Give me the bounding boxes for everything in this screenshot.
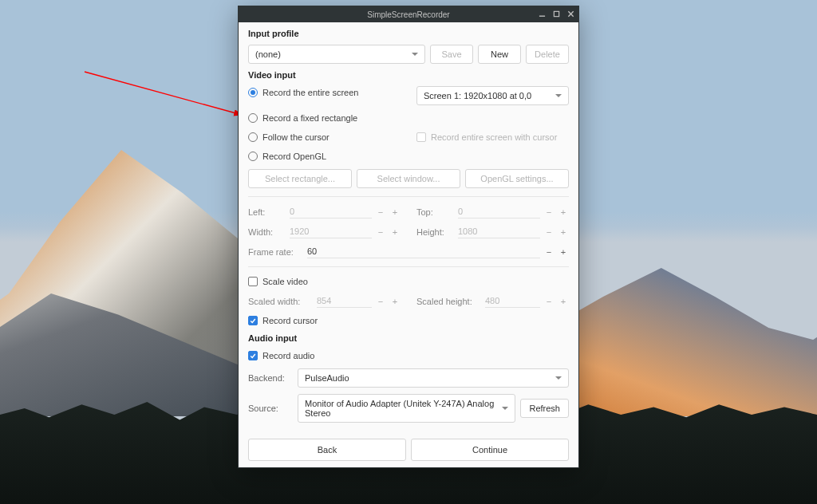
plus-icon[interactable]: +	[389, 297, 401, 306]
screen-select-value: Screen 1: 1920x1080 at 0,0	[424, 91, 531, 100]
scaled-height-field: Scaled height: 480 − +	[416, 294, 569, 308]
app-window: SimpleScreenRecorder Input profile (none…	[238, 6, 579, 468]
svg-rect-2	[554, 11, 558, 16]
field-label: Left:	[248, 207, 286, 217]
check-scale-video[interactable]: Scale video	[248, 275, 569, 288]
plus-icon[interactable]: +	[558, 207, 569, 217]
field-value[interactable]: 0	[458, 205, 540, 219]
check-label: Record cursor	[262, 316, 318, 325]
check-record-cursor[interactable]: Record cursor	[248, 314, 569, 327]
back-button[interactable]: Back	[248, 439, 406, 461]
check-label: Scale video	[262, 277, 308, 286]
plus-icon[interactable]: +	[558, 227, 569, 237]
divider	[248, 266, 569, 267]
field-label: Scaled width:	[248, 297, 314, 306]
left-field: Left: 0 − +	[248, 205, 401, 219]
radio-dot-icon	[248, 113, 258, 123]
field-label: Width:	[248, 227, 286, 237]
refresh-button[interactable]: Refresh	[520, 399, 569, 418]
radio-dot-icon	[248, 152, 258, 161]
chevron-down-icon	[555, 94, 562, 97]
screen-select[interactable]: Screen 1: 1920x1080 at 0,0	[416, 86, 569, 105]
radio-label: Follow the cursor	[262, 132, 330, 142]
plus-icon[interactable]: +	[389, 207, 401, 217]
field-label: Top:	[416, 207, 455, 217]
check-record-audio[interactable]: Record audio	[248, 349, 569, 362]
checkbox-icon	[248, 351, 258, 360]
check-label: Record entire screen with cursor	[431, 132, 557, 142]
section-header-video: Video input	[248, 70, 569, 80]
plus-icon[interactable]: +	[389, 227, 401, 237]
new-button[interactable]: New	[478, 45, 521, 64]
source-label: Source:	[248, 404, 293, 413]
backend-value: PulseAudio	[305, 373, 349, 383]
minimize-button[interactable]	[536, 8, 547, 19]
window-title: SimpleScreenRecorder	[367, 10, 449, 19]
save-button[interactable]: Save	[430, 45, 473, 64]
maximize-button[interactable]	[551, 8, 562, 19]
field-value[interactable]: 1080	[458, 225, 540, 238]
minus-icon[interactable]: −	[543, 207, 555, 217]
chevron-down-icon	[412, 53, 418, 56]
minus-icon[interactable]: −	[543, 227, 555, 237]
frame-rate-field: Frame rate: 60 − +	[248, 245, 569, 258]
checkbox-icon	[416, 132, 426, 142]
radio-fixed-rectangle[interactable]: Record a fixed rectangle	[248, 112, 569, 124]
chevron-down-icon	[555, 376, 562, 380]
radio-label: Record the entire screen	[262, 88, 358, 97]
scaled-width-field: Scaled width: 854 − +	[248, 294, 401, 308]
minus-icon[interactable]: −	[543, 247, 555, 257]
close-button[interactable]	[565, 8, 576, 19]
top-field: Top: 0 − +	[416, 205, 569, 219]
section-header-audio: Audio input	[248, 333, 569, 343]
plus-icon[interactable]: +	[558, 297, 569, 306]
field-value[interactable]: 60	[307, 245, 540, 258]
field-label: Frame rate:	[248, 247, 304, 257]
field-value[interactable]: 0	[290, 205, 372, 219]
continue-button[interactable]: Continue	[411, 439, 569, 461]
field-value[interactable]: 1920	[290, 225, 372, 238]
minus-icon[interactable]: −	[375, 207, 386, 217]
plus-icon[interactable]: +	[558, 247, 569, 257]
field-value[interactable]: 480	[485, 294, 540, 308]
delete-button[interactable]: Delete	[526, 45, 569, 64]
radio-opengl[interactable]: Record OpenGL	[248, 150, 569, 163]
height-field: Height: 1080 − +	[416, 225, 569, 238]
field-value[interactable]: 854	[317, 294, 372, 308]
check-entire-with-cursor: Record entire screen with cursor	[416, 131, 569, 144]
source-value: Monitor of Audio Adapter (Unitek Y-247A)…	[305, 399, 502, 418]
field-label: Height:	[416, 227, 455, 237]
select-rectangle-button: Select rectangle...	[248, 169, 352, 188]
radio-label: Record OpenGL	[262, 152, 326, 161]
minus-icon[interactable]: −	[375, 297, 386, 306]
width-field: Width: 1920 − +	[248, 225, 401, 238]
source-select[interactable]: Monitor of Audio Adapter (Unitek Y-247A)…	[298, 394, 515, 423]
minus-icon[interactable]: −	[375, 227, 386, 237]
titlebar[interactable]: SimpleScreenRecorder	[239, 6, 578, 22]
checkbox-icon	[248, 316, 258, 325]
chevron-down-icon	[502, 407, 508, 410]
divider	[248, 196, 569, 197]
backend-label: Backend:	[248, 373, 293, 383]
minus-icon[interactable]: −	[543, 297, 555, 306]
opengl-settings-button: OpenGL settings...	[465, 169, 569, 188]
section-header-profile: Input profile	[248, 29, 569, 38]
field-label: Scaled height:	[416, 297, 482, 306]
radio-label: Record a fixed rectangle	[262, 113, 357, 123]
backend-select[interactable]: PulseAudio	[298, 368, 569, 388]
checkbox-icon	[248, 277, 258, 286]
radio-dot-icon	[248, 88, 258, 97]
radio-entire-screen[interactable]: Record the entire screen	[248, 86, 401, 99]
check-label: Record audio	[262, 351, 314, 360]
select-window-button: Select window...	[357, 169, 460, 188]
radio-dot-icon	[248, 132, 258, 142]
radio-follow-cursor[interactable]: Follow the cursor	[248, 131, 401, 144]
profile-select-value: (none)	[255, 49, 281, 59]
profile-select[interactable]: (none)	[248, 45, 425, 64]
